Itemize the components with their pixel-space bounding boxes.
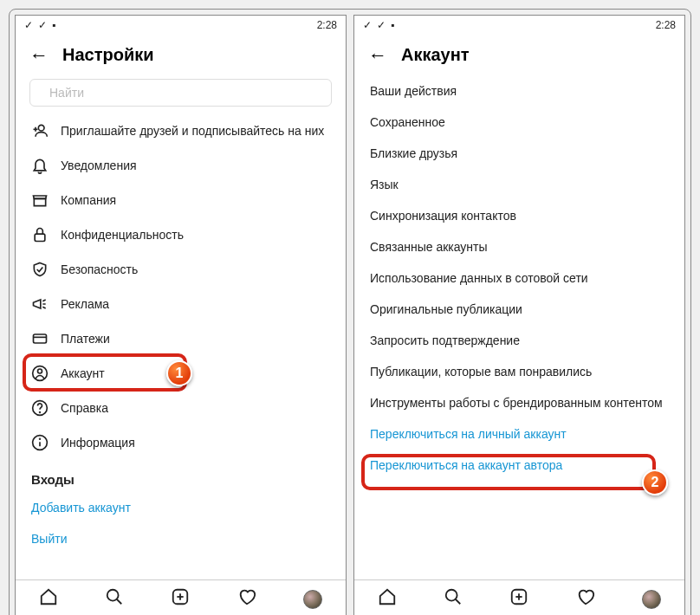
settings-item-privacy[interactable]: Конфиденциальность <box>16 217 346 252</box>
status-check-icon: ✓ <box>363 19 372 31</box>
help-icon <box>31 399 49 417</box>
svg-line-21 <box>456 599 461 605</box>
account-item-label: Язык <box>370 178 399 191</box>
account-item-liked-posts[interactable]: Публикации, которые вам понравились <box>354 356 684 387</box>
account-item-label: Связанные аккаунты <box>370 240 488 254</box>
account-item-label: Сохраненное <box>370 115 445 129</box>
account-item-request-verification[interactable]: Запросить подтверждение <box>354 325 684 356</box>
account-menu: Ваши действия Сохраненное Близкие друзья… <box>354 75 684 579</box>
home-icon[interactable] <box>378 587 397 612</box>
heart-icon[interactable] <box>237 587 256 612</box>
account-item-contacts-sync[interactable]: Синхронизация контактов <box>354 200 684 231</box>
settings-item-label: Аккаунт <box>61 366 105 380</box>
profile-avatar[interactable] <box>303 590 322 609</box>
svg-point-9 <box>38 369 42 373</box>
settings-item-label: Платежи <box>61 332 110 346</box>
clock: 2:28 <box>317 19 337 31</box>
logout-link[interactable]: Выйти <box>16 523 346 554</box>
header: ← Аккаунт <box>354 35 684 75</box>
back-arrow-icon[interactable]: ← <box>368 46 387 65</box>
switch-author-link[interactable]: Переключиться на аккаунт автора <box>354 450 684 481</box>
card-icon <box>31 330 49 347</box>
settings-item-label: Конфиденциальность <box>61 228 184 242</box>
status-check-icon: ✓ <box>24 19 33 31</box>
settings-item-label: Реклама <box>61 297 109 311</box>
header: ← Настройки <box>16 35 346 75</box>
user-icon <box>31 365 49 382</box>
page-title: Аккаунт <box>401 45 470 65</box>
clock: 2:28 <box>656 19 676 31</box>
search-input[interactable]: Найти <box>29 79 332 107</box>
settings-item-label: Информация <box>61 436 135 450</box>
svg-point-15 <box>107 590 119 601</box>
settings-item-company[interactable]: Компания <box>16 183 346 217</box>
svg-point-20 <box>446 590 457 601</box>
home-icon[interactable] <box>39 587 58 612</box>
megaphone-icon <box>31 295 49 313</box>
account-item-branded-content[interactable]: Инструменты работы с брендированным конт… <box>354 387 684 418</box>
switch-personal-link[interactable]: Переключиться на личный аккаунт <box>354 418 684 450</box>
lock-icon <box>31 226 49 243</box>
add-post-icon[interactable] <box>509 587 528 612</box>
invite-icon <box>31 122 49 139</box>
svg-point-14 <box>40 438 41 439</box>
svg-point-11 <box>40 412 41 413</box>
account-item-label: Запросить подтверждение <box>370 333 520 347</box>
account-item-language[interactable]: Язык <box>354 169 684 200</box>
search-nav-icon[interactable] <box>444 587 463 612</box>
shield-icon <box>31 261 49 278</box>
add-post-icon[interactable] <box>171 587 190 612</box>
bottom-nav <box>16 579 346 615</box>
settings-item-label: Компания <box>61 193 116 207</box>
annotation-badge: 1 <box>166 360 192 386</box>
search-nav-icon[interactable] <box>105 587 124 612</box>
settings-item-label: Безопасность <box>61 262 138 276</box>
page-title: Настройки <box>62 45 154 65</box>
svg-point-2 <box>38 125 44 131</box>
svg-rect-6 <box>34 334 47 343</box>
svg-line-16 <box>117 599 122 605</box>
heart-icon[interactable] <box>576 587 595 612</box>
settings-menu: Приглашайте друзей и подписывайтесь на н… <box>16 113 346 579</box>
settings-item-invite[interactable]: Приглашайте друзей и подписывайтесь на н… <box>16 113 346 148</box>
logins-header: Входы <box>16 460 346 492</box>
settings-item-label: Справка <box>61 401 108 415</box>
account-item-label: Оригинальные публикации <box>370 302 522 316</box>
status-box-icon: ▪ <box>391 19 394 31</box>
settings-item-ads[interactable]: Реклама <box>16 287 346 321</box>
account-item-label: Синхронизация контактов <box>370 209 516 223</box>
status-bar: ✓ ✓ ▪ 2:28 <box>354 16 684 35</box>
account-item-actions[interactable]: Ваши действия <box>354 75 684 107</box>
status-bar: ✓ ✓ ▪ 2:28 <box>16 16 346 35</box>
account-item-label: Инструменты работы с брендированным конт… <box>370 396 663 410</box>
account-item-saved[interactable]: Сохраненное <box>354 107 684 138</box>
back-arrow-icon[interactable]: ← <box>29 46 49 65</box>
settings-item-label: Приглашайте друзей и подписывайтесь на н… <box>61 124 324 138</box>
account-item-label: Ваши действия <box>370 84 457 98</box>
account-item-label: Использование данных в сотовой сети <box>370 271 588 285</box>
account-item-linked-accounts[interactable]: Связанные аккаунты <box>354 231 684 262</box>
status-check-icon: ✓ <box>377 19 386 31</box>
account-item-original-posts[interactable]: Оригинальные публикации <box>354 294 684 325</box>
status-box-icon: ▪ <box>52 19 55 31</box>
status-check-icon: ✓ <box>38 19 47 31</box>
profile-avatar[interactable] <box>642 590 661 609</box>
account-item-label: Публикации, которые вам понравились <box>370 365 592 379</box>
store-icon <box>31 191 49 209</box>
add-account-link[interactable]: Добавить аккаунт <box>16 492 346 523</box>
account-item-cellular-data[interactable]: Использование данных в сотовой сети <box>354 262 684 294</box>
settings-item-notifications[interactable]: Уведомления <box>16 148 346 183</box>
info-icon <box>31 434 49 451</box>
settings-item-info[interactable]: Информация <box>16 425 346 460</box>
settings-item-help[interactable]: Справка <box>16 391 346 425</box>
search-placeholder: Найти <box>49 86 84 100</box>
account-item-label: Близкие друзья <box>370 146 457 160</box>
settings-item-security[interactable]: Безопасность <box>16 252 346 287</box>
settings-item-payments[interactable]: Платежи <box>16 321 346 356</box>
bottom-nav <box>354 579 684 615</box>
svg-rect-5 <box>35 234 45 241</box>
settings-item-label: Уведомления <box>61 159 137 172</box>
account-item-close-friends[interactable]: Близкие друзья <box>354 138 684 169</box>
annotation-badge: 2 <box>642 469 668 495</box>
bell-icon <box>31 157 49 174</box>
